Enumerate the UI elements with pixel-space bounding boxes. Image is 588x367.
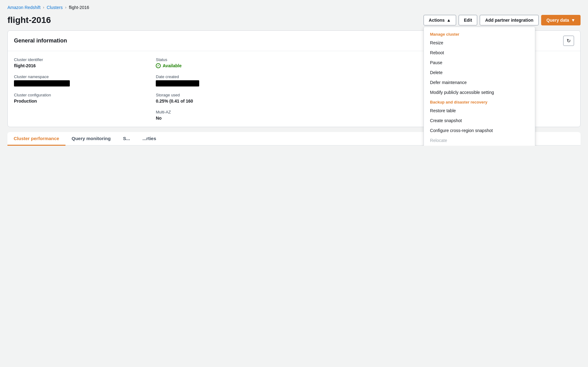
cluster-identifier-item: Cluster identifier flight-2016 <box>14 57 148 68</box>
cluster-identifier-value: flight-2016 <box>14 63 148 68</box>
multi-az-item: Multi-AZ No <box>156 110 290 121</box>
tab-cluster-performance[interactable]: Cluster performance <box>7 132 65 146</box>
manage-cluster-section-label: Manage cluster <box>424 29 535 38</box>
info-col-1: Cluster identifier flight-2016 Cluster n… <box>14 57 148 121</box>
multi-az-label: Multi-AZ <box>156 110 290 114</box>
pause-menu-item[interactable]: Pause <box>424 58 535 68</box>
storage-used-label: Storage used <box>156 93 290 97</box>
cluster-namespace-value-redacted <box>14 80 70 86</box>
breadcrumb: Amazon Redshift › Clusters › flight-2016 <box>0 0 588 12</box>
cluster-config-item: Cluster configuration Production <box>14 93 148 104</box>
resize-menu-item[interactable]: Resize <box>424 38 535 48</box>
page-title: flight-2016 <box>7 15 51 25</box>
add-partner-label: Add partner integration <box>485 18 533 23</box>
create-snapshot-menu-item[interactable]: Create snapshot <box>424 116 535 126</box>
info-col-2: Status Available Date created Storage us… <box>156 57 290 121</box>
query-data-label: Query data <box>546 18 569 23</box>
actions-button-container: Actions ▲ Manage cluster Resize Reboot P… <box>424 15 456 25</box>
status-label: Status <box>156 57 290 62</box>
date-created-label: Date created <box>156 74 290 79</box>
breadcrumb-sep-1: › <box>43 5 44 10</box>
permissions-section-label: Permissions <box>424 145 535 146</box>
cluster-identifier-label: Cluster identifier <box>14 57 148 62</box>
actions-arrow-icon: ▲ <box>447 18 451 23</box>
date-created-value-redacted <box>156 80 199 86</box>
breadcrumb-sep-2: › <box>65 5 66 10</box>
defer-maintenance-menu-item[interactable]: Defer maintenance <box>424 77 535 87</box>
tab-s[interactable]: S... <box>117 132 137 146</box>
query-data-arrow-icon: ▼ <box>571 18 575 23</box>
date-created-item: Date created <box>156 74 290 86</box>
info-col-3 <box>298 57 432 121</box>
actions-label: Actions <box>429 18 445 23</box>
backup-section-label: Backup and disaster recovery <box>424 97 535 106</box>
relocate-menu-item: Relocate <box>424 135 535 145</box>
query-data-button[interactable]: Query data ▼ <box>541 15 581 25</box>
edit-button[interactable]: Edit <box>459 15 477 25</box>
breadcrumb-clusters-link[interactable]: Clusters <box>47 5 63 10</box>
cluster-config-value: Production <box>14 99 148 104</box>
actions-dropdown-menu: Manage cluster Resize Reboot Pause Delet… <box>424 27 535 146</box>
actions-button[interactable]: Actions ▲ <box>424 15 456 25</box>
delete-menu-item[interactable]: Delete <box>424 68 535 77</box>
tab-properties[interactable]: ...rties <box>136 132 162 146</box>
page-header: flight-2016 Actions ▲ Manage cluster Res… <box>0 12 588 30</box>
multi-az-value: No <box>156 116 290 121</box>
tab-query-monitoring[interactable]: Query monitoring <box>65 132 117 146</box>
edit-label: Edit <box>464 18 472 23</box>
cluster-namespace-item: Cluster namespace <box>14 74 148 86</box>
header-actions: Actions ▲ Manage cluster Resize Reboot P… <box>424 15 581 25</box>
refresh-button[interactable]: ↻ <box>563 36 574 46</box>
storage-used-value: 0.25% (0.41 of 160 <box>156 99 290 104</box>
breadcrumb-service-link[interactable]: Amazon Redshift <box>7 5 41 10</box>
restore-table-menu-item[interactable]: Restore table <box>424 106 535 116</box>
status-value: Available <box>156 63 290 68</box>
reboot-menu-item[interactable]: Reboot <box>424 48 535 58</box>
add-partner-integration-button[interactable]: Add partner integration <box>480 15 539 25</box>
status-dot-icon <box>156 63 161 68</box>
status-text: Available <box>163 63 182 68</box>
general-info-title: General information <box>14 38 67 44</box>
configure-cross-region-menu-item[interactable]: Configure cross-region snapshot <box>424 126 535 135</box>
storage-used-item: Storage used 0.25% (0.41 of 160 <box>156 93 290 104</box>
cluster-namespace-label: Cluster namespace <box>14 74 148 79</box>
cluster-config-label: Cluster configuration <box>14 93 148 97</box>
breadcrumb-current: flight-2016 <box>69 5 89 10</box>
status-item: Status Available <box>156 57 290 68</box>
modify-publicly-accessible-menu-item[interactable]: Modify publicly accessible setting <box>424 87 535 97</box>
